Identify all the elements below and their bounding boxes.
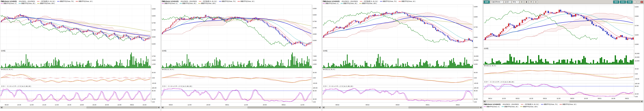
- x-axis-label: 09/22: [456, 104, 460, 106]
- macd-axis-tick: 40.00: [635, 68, 639, 70]
- ichimoku-cloud: [323, 13, 472, 37]
- y-axis-tick: 8,700: [474, 26, 478, 28]
- volume-axis-tick: 2,500: [313, 63, 317, 65]
- scroll-right-button[interactable]: ▶: [480, 107, 482, 108]
- candles-layer: [162, 14, 312, 47]
- volume-axis-tick: 3,750: [152, 55, 156, 57]
- stoch-axis-tick: 20.00: [313, 98, 317, 100]
- scroll-left-button[interactable]: ◀: [484, 101, 486, 102]
- x-axis-label: 09/14: [488, 98, 492, 99]
- stoch-axis-tick: 20.00: [474, 98, 478, 100]
- y-axis-tick: 8,600: [635, 34, 639, 36]
- y-axis-tick: 8,800: [474, 16, 478, 18]
- y-axis-tick: 8,800: [313, 14, 317, 16]
- volume-bars: 15,00010,0005,000: [322, 54, 478, 68]
- x-axis-label: 09/21: [426, 104, 430, 106]
- volume-axis-tick: 20,000: [635, 56, 640, 58]
- h-scrollbar[interactable]: ◀▶: [322, 106, 482, 109]
- x-axis-label: 16:30: [557, 98, 560, 99]
- section-frames: [0, 5, 151, 102]
- y-axis-tick: 8,800: [152, 15, 156, 17]
- y-axis-tick: 8,500: [635, 43, 639, 45]
- y-axis-tick: 8,900: [635, 6, 639, 8]
- scroll-thumb[interactable]: [248, 107, 318, 109]
- x-axis-label: 09/21: [598, 98, 602, 99]
- stoch-axis-tick: 80.00: [635, 85, 639, 87]
- y-axis-tick: 8,600: [152, 43, 156, 45]
- x-axis-label: 16:40: [67, 104, 71, 106]
- scroll-left-button[interactable]: ◀: [0, 107, 3, 108]
- stoch-axis-tick: 100.00: [635, 83, 640, 84]
- macd-axis-tick: 40.00: [474, 72, 478, 73]
- x-axis-label: 09/21: [225, 104, 229, 106]
- scroll-left-button[interactable]: ◀: [322, 107, 325, 108]
- x-axis-label: 10:40: [17, 104, 21, 106]
- x-axis-label: 09/16: [366, 104, 370, 106]
- x-axis-label: 09/15: [516, 98, 520, 99]
- y-axis-tick: 8,600: [474, 36, 478, 38]
- volume-axis-tick: 7,500: [313, 55, 317, 57]
- macd-axis-tick: 20.00: [152, 72, 156, 73]
- stoch-axis-tick: 100.00: [474, 87, 478, 89]
- x-axis-label: 13:20: [42, 104, 46, 106]
- macd-axis-tick: 0.00: [313, 77, 316, 79]
- stoch-axis-tick: 20.00: [152, 98, 156, 100]
- chart-panel-30min: 日経225mini 11/10(30分)2011/09/13 - 2011/09…: [322, 0, 483, 111]
- stoch-axis-tick: 80.00: [474, 90, 478, 92]
- volume-axis-tick: 2,500: [152, 59, 156, 61]
- y-axis-tick: 8,650: [313, 33, 317, 35]
- stochastics-plot: 100.0080.0020.000.00: [322, 87, 478, 103]
- chart-canvas[interactable]: 09:2010:4012:0013:2014:4016:4018:0019:20…: [0, 0, 161, 111]
- macd-plot: 40.000.00-40.00: [483, 68, 639, 80]
- x-axis-label: 14:40: [55, 104, 59, 106]
- chart-panel-5min: 日経225mini 11/10(5分)2011/09/21 - 2011/09/…: [0, 0, 161, 111]
- macd-axis-tick: 0.00: [474, 77, 477, 79]
- scroll-thumb[interactable]: [570, 101, 640, 103]
- stoch-axis-tick: 0.00: [474, 101, 477, 103]
- y-axis-tick: 8,800: [635, 15, 639, 17]
- x-axis-label: 16:30: [611, 98, 615, 99]
- x-axis-label: 10:20: [142, 104, 146, 106]
- x-axis-label: 16:30: [529, 98, 533, 99]
- h-scrollbar[interactable]: ◀▶: [161, 106, 321, 109]
- y-axis-tick: 8,900: [474, 6, 478, 7]
- x-axis-label: 09/20: [570, 98, 574, 99]
- macd-plot: 20.000.00-20.00: [0, 72, 156, 84]
- chart-canvas[interactable]: 09/2012:0020:0009/2112:0020:0009/2212:00…: [161, 0, 322, 111]
- h-scrollbar[interactable]: ◀▶: [0, 106, 160, 109]
- chart-canvas[interactable]: 09/1416:3009/1516:3009/1616:3009/2016:30…: [483, 0, 644, 111]
- volume-axis-tick: 15,000: [474, 55, 478, 57]
- x-axis-label: 12:00: [30, 104, 34, 106]
- scroll-right-button[interactable]: ▶: [641, 101, 643, 102]
- candles-layer: [0, 14, 151, 41]
- y-axis-tick: 8,700: [152, 29, 156, 31]
- macd-axis-tick: 20.00: [313, 72, 317, 73]
- x-axis-label: 09/22: [282, 104, 286, 106]
- scroll-thumb[interactable]: [408, 107, 479, 109]
- chart-panel-60min: 銘柄 日経225mini▼ 11/10▼ 60分▼ 日 週 月 分 更新 設定 …: [483, 0, 644, 111]
- scroll-right-button[interactable]: ▶: [319, 107, 321, 108]
- scroll-thumb[interactable]: [86, 107, 157, 109]
- volume-axis-tick: 5,000: [474, 63, 478, 65]
- price-grid-and-ticks: 8,8508,8008,7508,7008,6508,600: [161, 8, 317, 41]
- y-axis-tick: 8,700: [635, 25, 639, 26]
- macd-axis-tick: -20.00: [313, 82, 317, 84]
- y-axis-tick: 8,850: [313, 8, 317, 9]
- macd-axis-tick: 0.00: [635, 73, 638, 75]
- y-axis-tick: 8,750: [152, 22, 156, 24]
- stoch-axis-tick: 80.00: [313, 90, 317, 92]
- scroll-left-button[interactable]: ◀: [162, 107, 164, 108]
- chart-canvas[interactable]: 09/1509/1609/2009/2109/228,9008,8008,700…: [322, 0, 483, 111]
- x-axis-label: 20:00: [263, 104, 267, 106]
- macd-axis-tick: -40.00: [474, 82, 478, 84]
- chart-workspace: 日経225mini 11/10(5分)2011/09/21 - 2011/09/…: [0, 0, 644, 111]
- ichimoku-cloud: [1, 16, 150, 37]
- x-axis-label: 09/16: [543, 98, 547, 99]
- scroll-right-button[interactable]: ▶: [158, 107, 160, 108]
- h-scrollbar[interactable]: ◀▶: [483, 100, 643, 103]
- volume-bars: 3,7502,5001,250: [0, 52, 156, 68]
- y-axis-tick: 8,650: [152, 36, 156, 38]
- stoch-axis-tick: 0.00: [635, 96, 638, 98]
- macd-axis-tick: -20.00: [152, 82, 156, 84]
- x-axis-label: 09/22: [625, 98, 629, 99]
